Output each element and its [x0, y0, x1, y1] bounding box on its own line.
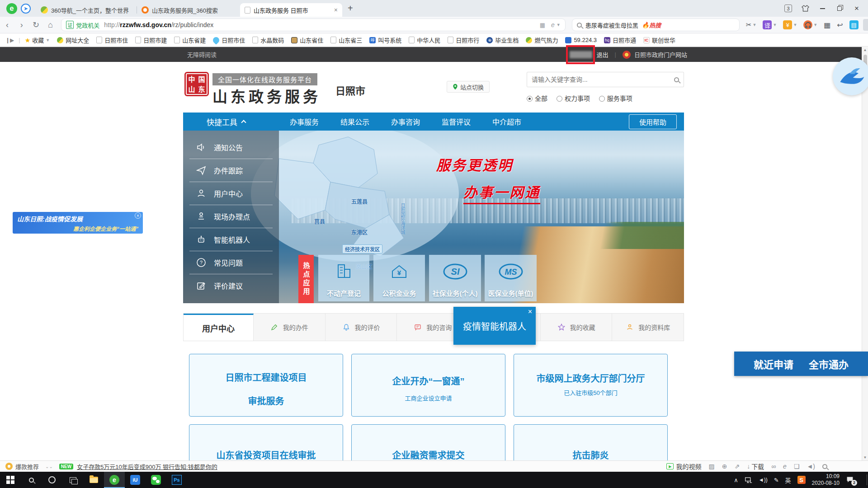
- address-bar[interactable]: 证 党政机关 http://rzzwfw.sd.gov.cn/rz/public…: [61, 19, 565, 31]
- wallet-icon[interactable]: ¥▼: [783, 20, 797, 29]
- card-construction-approval[interactable]: 日照市工程建设项目 审批服务: [189, 354, 343, 417]
- site-switch-button[interactable]: 站点切换: [447, 81, 490, 93]
- new-tab-button[interactable]: +: [348, 3, 353, 14]
- accessibility-link[interactable]: 无障碍阅读: [187, 50, 217, 59]
- card-enterprise-open[interactable]: 企业开办“一窗通” 工商企业设立申请: [351, 354, 505, 417]
- compat-mode-icon[interactable]: e: [551, 21, 555, 28]
- file-explorer-button[interactable]: [83, 472, 104, 488]
- bookmark-expander-icon[interactable]: ❙▶: [5, 37, 14, 43]
- wechat-button[interactable]: [146, 472, 166, 488]
- home-button[interactable]: ⌂: [43, 20, 57, 30]
- tab-user-center[interactable]: 用户中心: [184, 314, 254, 341]
- quick-tracking[interactable]: 办件跟踪: [183, 159, 279, 182]
- bookmark-item[interactable]: 燃气热力: [526, 36, 558, 44]
- quick-onsite[interactable]: 现场办理点: [183, 205, 279, 228]
- refresh-button[interactable]: ↻: [29, 20, 43, 30]
- card-financing-need[interactable]: 企业融资需求提交: [351, 424, 505, 460]
- apps-grid-icon[interactable]: ▦: [824, 21, 830, 29]
- citywide-link[interactable]: 全市通办: [809, 357, 849, 371]
- nav-consult[interactable]: 办事咨询: [391, 116, 420, 127]
- radio-all[interactable]: 全部: [527, 95, 547, 102]
- bookmark-item[interactable]: IC联创世华: [643, 36, 675, 44]
- logout-link[interactable]: 退出: [597, 50, 609, 59]
- nav-supervise[interactable]: 监督评议: [442, 116, 471, 127]
- hot-recommend-label[interactable]: 爆款推荐: [15, 462, 39, 471]
- tab-1[interactable]: 360导航_一个主页，整个世界: [36, 3, 137, 17]
- download-button[interactable]: ↓ 下载: [747, 462, 764, 471]
- add-widget-icon[interactable]: ⊕: [722, 463, 727, 470]
- quick-notice[interactable]: 通知公告: [183, 136, 279, 159]
- network-icon[interactable]: [745, 477, 752, 483]
- download-arrow-icon[interactable]: ↩: [837, 21, 843, 29]
- hot-app-housing-fund[interactable]: ¥ 公积金业务: [373, 255, 425, 301]
- site-search-input[interactable]: [532, 76, 674, 83]
- bookmark-item[interactable]: 日照市住: [213, 36, 245, 44]
- nav-intermediary[interactable]: 中介超市: [492, 116, 521, 127]
- my-video-button[interactable]: ▶ 我的视频: [666, 462, 701, 471]
- card-fight-pneumonia[interactable]: 抗击肺炎: [514, 424, 668, 460]
- tab-my-library[interactable]: 我的资料库: [612, 314, 684, 341]
- screenshot-scissors-icon[interactable]: ✂▼: [746, 21, 757, 29]
- epidemic-robot-popup[interactable]: × 疫情智能机器人: [453, 307, 536, 345]
- radio-service-items[interactable]: 服务事项: [599, 95, 632, 102]
- tab-my-items[interactable]: 我的办件: [254, 314, 326, 341]
- nearby-apply-bar[interactable]: 就近申请 全市通办: [734, 352, 868, 376]
- game-assistant-icon[interactable]: 🎧▼: [803, 20, 817, 29]
- volume-icon[interactable]: ◄)): [759, 477, 768, 483]
- browser-360-button[interactable]: e: [104, 472, 125, 488]
- task-view-button[interactable]: [62, 472, 83, 488]
- site-search-icon[interactable]: [674, 77, 679, 82]
- photoshop-button[interactable]: Ps: [166, 472, 187, 488]
- page-scrollbar[interactable]: ▲ ▼: [862, 47, 868, 460]
- promo-ad-banner[interactable]: × 山东日照:战疫情促发展 惠企利企便企业务“一站通”: [13, 212, 143, 234]
- nearby-apply-link[interactable]: 就近申请: [754, 357, 793, 371]
- sidebar-edge-tab[interactable]: [863, 19, 868, 31]
- sogou-icon[interactable]: S: [797, 476, 806, 484]
- popup-close-icon[interactable]: ×: [528, 308, 532, 316]
- card-dept-halls[interactable]: 市级网上政务大厅部门分厅 已入驻市级50个部门: [514, 354, 668, 417]
- bookmark-item[interactable]: 网址大全: [57, 36, 89, 44]
- show-desktop-button[interactable]: [867, 474, 867, 485]
- notification-button[interactable]: 2: [846, 476, 854, 484]
- minimize-button[interactable]: [814, 2, 831, 15]
- ad-close-icon[interactable]: ×: [135, 212, 141, 219]
- browser-search-box[interactable]: 患尿毒症被生母拉黑 🔥 热搜: [572, 19, 740, 31]
- dove-widget-button[interactable]: [833, 57, 868, 95]
- radio-power-items[interactable]: 权力事项: [557, 95, 590, 102]
- forward-button[interactable]: ›: [14, 20, 29, 30]
- qrcode-icon[interactable]: ▦: [540, 22, 546, 28]
- hot-app-social-insurance[interactable]: SI 社保业务(个人): [429, 255, 481, 301]
- nav-results[interactable]: 结果公示: [340, 116, 369, 127]
- portal-link[interactable]: 日照市政府门户网站: [634, 50, 687, 59]
- snapshot-icon[interactable]: ▨: [708, 463, 714, 470]
- scroll-down-arrow[interactable]: ▼: [862, 455, 868, 460]
- scroll-up-arrow[interactable]: ▲: [862, 48, 868, 52]
- tab-my-favorites[interactable]: 我的收藏: [541, 314, 613, 341]
- site-search-box[interactable]: [527, 72, 684, 87]
- bookmark-item[interactable]: 日照市行: [448, 36, 479, 44]
- tray-expand-icon[interactable]: ∧: [734, 477, 738, 483]
- quick-robot[interactable]: 智能机器人: [183, 228, 279, 251]
- game-boost-icon[interactable]: ⇗: [734, 463, 740, 470]
- hot-app-real-estate[interactable]: 不动产登记: [318, 255, 369, 301]
- tab-2[interactable]: 山东政务服务网_360搜索: [137, 3, 240, 17]
- card-investment-approval[interactable]: 山东省投资项目在线审批: [189, 424, 343, 460]
- bookmark-favorites[interactable]: ★ 收藏▼: [25, 36, 50, 44]
- help-button[interactable]: 使用帮助: [629, 114, 677, 129]
- ie-mode-icon[interactable]: e: [783, 463, 787, 470]
- pen-icon[interactable]: ✎: [774, 477, 779, 483]
- start-button[interactable]: [0, 472, 21, 488]
- tab-list-count[interactable]: 3: [784, 5, 792, 12]
- page-find-icon[interactable]: [822, 464, 827, 469]
- mode-dropdown-icon[interactable]: ▼: [557, 23, 561, 27]
- bookmark-item[interactable]: 山东省建: [174, 36, 206, 44]
- bookmark-item[interactable]: ⊕毕业生档: [486, 36, 519, 44]
- speed-mode-icon[interactable]: ▤: [849, 20, 859, 29]
- restore-button[interactable]: [831, 2, 848, 15]
- hot-search-query[interactable]: 患尿毒症被生母拉黑: [585, 21, 638, 29]
- bookmark-item[interactable]: 日照市建: [135, 36, 167, 44]
- tab-close-icon[interactable]: ×: [334, 6, 338, 14]
- clock[interactable]: 10:09 2020-08-10: [812, 473, 840, 487]
- mute-icon[interactable]: ◄): [807, 463, 815, 470]
- bookmark-item[interactable]: 山东省三: [330, 36, 362, 44]
